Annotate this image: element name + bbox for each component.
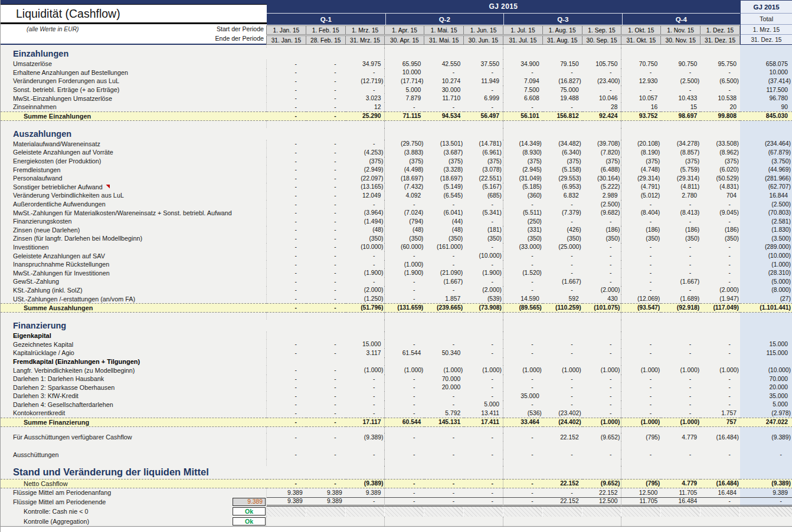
value-cell[interactable]: 12.500 <box>621 488 661 497</box>
value-cell[interactable]: - <box>661 340 701 349</box>
row-label[interactable]: Außerordentliche Aufwendungen <box>1 200 267 209</box>
row-label[interactable]: Finanzierungskosten <box>1 217 267 226</box>
value-cell[interactable]: 9.389 <box>306 497 346 507</box>
value-cell[interactable]: - <box>424 392 464 400</box>
value-cell[interactable]: 16 <box>621 103 661 111</box>
value-cell[interactable]: - <box>267 200 306 209</box>
row-label[interactable]: Sonst. betriebl. Erträge (+ ao Erträge) <box>1 86 267 94</box>
value-cell[interactable]: - <box>621 243 661 252</box>
value-cell[interactable]: - <box>621 340 661 349</box>
row-label[interactable]: Darlehen 1: Darlehen Hausbank <box>1 375 267 383</box>
value-cell[interactable]: - <box>306 303 346 313</box>
value-cell[interactable]: - <box>306 479 346 488</box>
value-cell[interactable]: 704 <box>701 191 740 200</box>
value-cell[interactable]: 16.484 <box>661 497 701 507</box>
value-cell[interactable]: (8.962) <box>701 148 740 157</box>
value-cell[interactable]: 60.544 <box>385 418 424 427</box>
value-cell[interactable]: - <box>346 200 385 209</box>
value-cell[interactable]: - <box>701 375 740 383</box>
value-cell[interactable]: - <box>267 208 306 217</box>
value-cell[interactable]: 92.424 <box>582 111 622 121</box>
value-cell[interactable]: 17.117 <box>346 418 385 427</box>
value-cell[interactable]: 20 <box>701 103 740 111</box>
value-cell[interactable]: 28 <box>582 103 622 111</box>
value-cell[interactable]: - <box>385 286 424 295</box>
value-cell[interactable]: (375) <box>582 157 622 166</box>
value-cell[interactable]: - <box>621 68 661 77</box>
value-cell[interactable]: 5.000 <box>385 86 424 94</box>
row-label[interactable]: MwSt.-Einzahlungen Umsatzerlöse <box>1 94 267 103</box>
value-cell[interactable]: - <box>267 140 306 149</box>
value-cell[interactable]: (110.259) <box>543 303 582 313</box>
value-cell[interactable]: - <box>582 243 622 252</box>
total-cell[interactable]: 15.000 <box>740 340 792 349</box>
value-cell[interactable]: (51.796) <box>346 303 385 313</box>
value-cell[interactable]: - <box>385 200 424 209</box>
value-cell[interactable]: (29.314) <box>621 174 661 183</box>
row-label[interactable]: GewSt.-Zahlung <box>1 277 267 286</box>
value-cell[interactable]: - <box>582 251 622 260</box>
value-cell[interactable]: (16.484) <box>701 479 740 488</box>
value-cell[interactable]: - <box>503 103 543 111</box>
value-cell[interactable]: - <box>267 303 306 313</box>
value-cell[interactable]: (2.000) <box>346 286 385 295</box>
period-start-cell[interactable]: 1. Dez. 15 <box>700 25 740 35</box>
value-cell[interactable]: - <box>306 165 346 174</box>
value-cell[interactable]: 19.488 <box>543 94 582 103</box>
value-cell[interactable]: (375) <box>701 157 740 166</box>
value-cell[interactable]: (250) <box>503 217 543 226</box>
value-cell[interactable]: (34.482) <box>543 140 582 149</box>
value-cell[interactable]: - <box>464 433 503 442</box>
value-cell[interactable]: 9.389 <box>267 488 306 497</box>
value-cell[interactable]: 592 <box>543 294 582 303</box>
value-cell[interactable]: (7.379) <box>543 208 582 217</box>
value-cell[interactable]: (9.045) <box>701 208 740 217</box>
value-cell[interactable]: (3.964) <box>346 208 385 217</box>
value-cell[interactable]: - <box>306 183 346 192</box>
value-cell[interactable]: - <box>464 243 503 252</box>
value-cell[interactable]: - <box>306 191 346 200</box>
value-cell[interactable]: (539) <box>464 294 503 303</box>
value-cell[interactable]: - <box>424 433 464 442</box>
value-cell[interactable]: (186) <box>621 226 661 235</box>
value-cell[interactable]: - <box>385 375 424 383</box>
value-cell[interactable]: 30.000 <box>424 86 464 94</box>
value-cell[interactable]: - <box>306 217 346 226</box>
period-end-cell[interactable]: 31. Mai. 15 <box>424 35 464 45</box>
value-cell[interactable]: (29.750) <box>385 140 424 149</box>
total-cell[interactable]: 845.030 <box>740 111 792 121</box>
value-cell[interactable]: 9.389 <box>306 488 346 497</box>
quarter-header-q3[interactable]: Q-3 <box>503 14 622 25</box>
value-cell[interactable]: - <box>267 174 306 183</box>
value-cell[interactable]: (5.158) <box>543 165 582 174</box>
value-cell[interactable]: (7.820) <box>582 148 622 157</box>
value-cell[interactable]: (4.811) <box>661 183 701 192</box>
value-cell[interactable]: - <box>661 450 701 459</box>
value-cell[interactable]: 93.752 <box>621 111 661 121</box>
total-cell[interactable]: 70.000 <box>740 375 792 383</box>
period-start-cell[interactable]: 1. Aug. 15 <box>542 25 582 35</box>
value-cell[interactable]: - <box>464 349 503 357</box>
value-cell[interactable]: 10.274 <box>424 77 464 86</box>
value-cell[interactable]: 5.792 <box>424 409 464 418</box>
value-cell[interactable]: 11.705 <box>621 497 661 507</box>
value-cell[interactable]: (8.930) <box>503 148 543 157</box>
value-cell[interactable]: - <box>306 86 346 94</box>
value-cell[interactable]: - <box>267 433 306 442</box>
check-value-cell[interactable]: 9.389 <box>233 498 266 506</box>
value-cell[interactable]: - <box>306 77 346 86</box>
row-label[interactable]: USt.-Zahlungen /-erstattungen (an/vom FA… <box>1 294 267 303</box>
total-cell[interactable]: 16.844 <box>740 191 792 200</box>
value-cell[interactable]: - <box>701 217 740 226</box>
row-label[interactable]: Personalaufwand <box>1 174 267 183</box>
value-cell[interactable]: - <box>661 217 701 226</box>
value-cell[interactable]: - <box>306 418 346 427</box>
value-cell[interactable]: (2.500) <box>661 77 701 86</box>
value-cell[interactable]: 17.411 <box>464 418 503 427</box>
value-cell[interactable]: 2.780 <box>661 191 701 200</box>
value-cell[interactable]: (5.341) <box>464 208 503 217</box>
value-cell[interactable]: (350) <box>424 234 464 243</box>
period-end-cell[interactable]: 31. Jul. 15 <box>503 35 543 45</box>
total-cell[interactable]: (27) <box>740 294 792 303</box>
value-cell[interactable]: - <box>267 409 306 418</box>
